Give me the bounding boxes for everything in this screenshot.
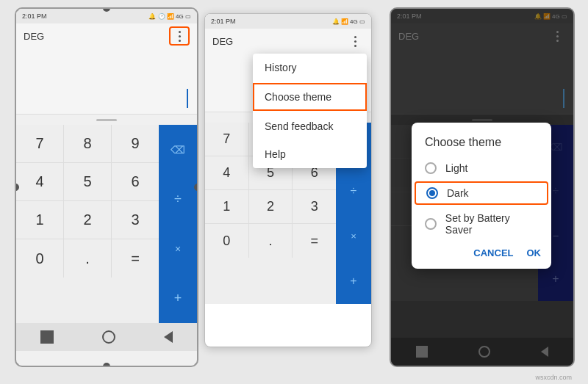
main-keys-1: 7 8 9 4 5 6 1 2 3 0 . = (16, 125, 159, 323)
cancel-button[interactable]: Cancel (473, 247, 513, 258)
key-2-2[interactable]: 2 (249, 190, 293, 223)
phone-1: 2:01 PM 🔔 🕐 📶 4G ▭ DEG 7 8 9 (15, 7, 198, 367)
menu-item-choose-theme[interactable]: Choose theme (253, 83, 367, 111)
menu-button-1[interactable] (169, 26, 190, 46)
radio-dark (426, 187, 438, 199)
drag-handle-area-1[interactable] (16, 115, 197, 125)
three-dots-icon-2 (354, 36, 356, 47)
time-1: 2:01 PM (22, 12, 47, 20)
cursor-1 (187, 89, 188, 108)
radio-dark-inner (429, 190, 435, 196)
nav-square-1[interactable] (40, 330, 54, 344)
theme-label-battery: Set by Battery Saver (445, 212, 538, 236)
key-row-789-1: 7 8 9 (16, 125, 159, 163)
menu-button-2[interactable] (346, 32, 364, 50)
calc-header-1: DEG (16, 23, 197, 48)
key-5-1[interactable]: 5 (64, 163, 112, 200)
menu-item-history[interactable]: History (253, 54, 367, 81)
theme-dialog: Choose theme Light Dark Set by Battery S… (412, 123, 551, 269)
key-row-0eq-2: 0 . = (205, 224, 336, 258)
menu-item-help[interactable]: Help (253, 140, 367, 168)
ok-button[interactable]: OK (527, 247, 542, 258)
key-backspace-1[interactable]: ⌫ (159, 125, 197, 175)
theme-label-dark: Dark (447, 187, 469, 199)
key-multiply-2[interactable]: × (336, 214, 371, 259)
selection-handle-bottom[interactable] (103, 363, 110, 367)
key-0-2[interactable]: 0 (205, 224, 249, 258)
key-9-1[interactable]: 9 (112, 125, 159, 162)
key-divide-2[interactable]: ÷ (336, 168, 371, 214)
key-row-456-1: 4 5 6 (16, 163, 159, 201)
nav-back-1[interactable] (164, 331, 173, 343)
key-8-1[interactable]: 8 (64, 125, 112, 162)
key-3-1[interactable]: 3 (112, 201, 159, 239)
key-row-123-2: 1 2 3 (205, 190, 336, 224)
key-eq-1[interactable]: = (112, 239, 159, 278)
key-row-123-1: 1 2 3 (16, 201, 159, 239)
dropdown-menu: History Choose theme Send feedback Help (253, 54, 367, 168)
status-bar-2: 2:01 PM 🔔 📶 4G ▭ (205, 14, 371, 29)
radio-light (425, 162, 437, 174)
phone-2: 2:01 PM 🔔 📶 4G ▭ DEG 7 8 9 4 (204, 13, 372, 347)
watermark: wsxcdn.com (535, 374, 572, 381)
key-divide-1[interactable]: ÷ (159, 175, 197, 225)
selection-handle-right[interactable] (194, 184, 198, 191)
deg-label-2: DEG (212, 36, 233, 47)
key-7-1[interactable]: 7 (16, 125, 64, 162)
key-eq-2[interactable]: = (293, 224, 336, 258)
selection-handle-bl[interactable] (15, 363, 19, 367)
key-3-2[interactable]: 3 (293, 190, 336, 223)
drag-handle-1 (96, 119, 117, 121)
phone-3: 2:01 PM 🔔 📶 4G ▭ DEG 7 8 9 4 (390, 7, 575, 367)
key-7-2[interactable]: 7 (205, 123, 249, 156)
theme-label-light: Light (445, 162, 467, 174)
key-4-1[interactable]: 4 (16, 163, 64, 200)
key-1-1[interactable]: 1 (16, 201, 64, 239)
theme-option-dark[interactable]: Dark (415, 181, 548, 205)
calc-display-1 (16, 48, 197, 115)
dialog-title: Choose theme (412, 123, 551, 156)
bottom-nav-1 (16, 323, 197, 351)
key-2-1[interactable]: 2 (64, 201, 112, 239)
key-plus-1[interactable]: + (159, 274, 197, 324)
dialog-actions: Cancel OK (412, 242, 551, 269)
key-0-1[interactable]: 0 (16, 239, 64, 278)
time-2: 2:01 PM (211, 18, 236, 25)
theme-option-light[interactable]: Light (412, 156, 551, 180)
calc-header-2: DEG (205, 29, 371, 54)
key-row-0eq-1: 0 . = (16, 239, 159, 278)
key-dot-1[interactable]: . (64, 239, 112, 278)
status-icons-1: 🔔 🕐 📶 4G ▭ (148, 13, 191, 20)
nav-circle-1[interactable] (102, 330, 115, 344)
key-dot-2[interactable]: . (249, 224, 293, 258)
theme-option-battery[interactable]: Set by Battery Saver (412, 206, 551, 242)
radio-battery (425, 218, 437, 230)
keypad-1: 7 8 9 4 5 6 1 2 3 0 . = (16, 125, 197, 323)
three-dots-icon-1 (179, 31, 181, 42)
selection-handle-br[interactable] (194, 363, 198, 367)
status-icons-2: 🔔 📶 4G ▭ (332, 18, 365, 25)
deg-label-1: DEG (24, 31, 44, 42)
key-multiply-1[interactable]: × (159, 224, 197, 274)
key-plus-2[interactable]: + (336, 258, 371, 304)
menu-item-send-feedback[interactable]: Send feedback (253, 112, 367, 140)
key-6-1[interactable]: 6 (112, 163, 159, 200)
key-4-2[interactable]: 4 (205, 156, 249, 189)
key-1-2[interactable]: 1 (205, 190, 249, 223)
op-keys-1: ⌫ ÷ × + (159, 125, 197, 323)
